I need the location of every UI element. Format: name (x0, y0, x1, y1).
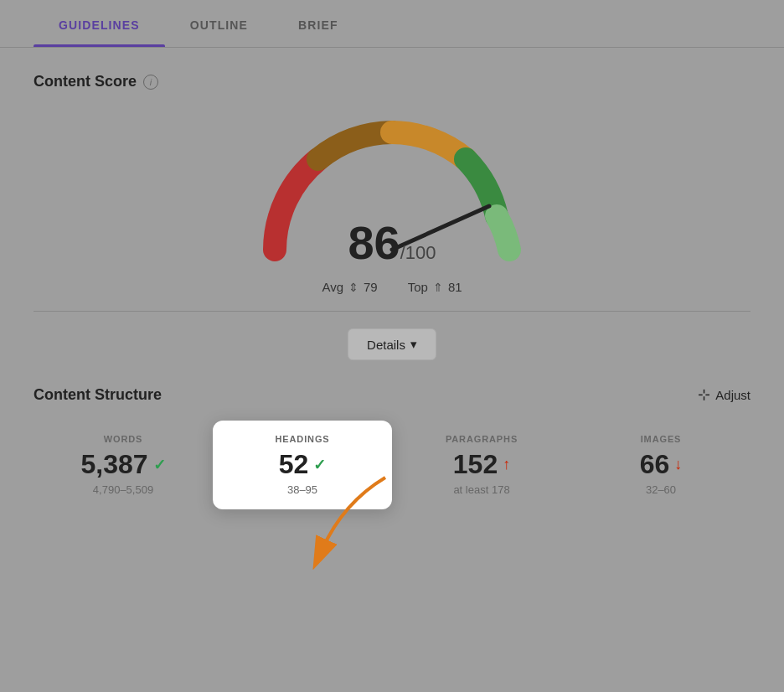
tab-brief[interactable]: BRIEF (273, 0, 364, 47)
adjust-button[interactable]: ⊹ Adjust (698, 385, 750, 404)
metric-headings[interactable]: HEADINGS 52 ✓ 38–95 (213, 421, 392, 509)
words-range: 4,790–5,509 (42, 483, 204, 496)
details-label: Details (367, 338, 405, 352)
images-label: IMAGES (580, 434, 742, 444)
info-icon[interactable]: i (143, 75, 158, 90)
headings-check-icon: ✓ (313, 456, 326, 474)
main-content: Content Score i (0, 48, 784, 534)
details-button[interactable]: Details ▾ (348, 328, 436, 360)
tab-outline[interactable]: OUTLINE (165, 0, 273, 47)
headings-range: 38–95 (221, 483, 384, 496)
structure-title: Content Structure (34, 386, 162, 404)
gauge-container: 86/100 Avg ⇕ 79 Top ⇑ 81 (34, 107, 750, 294)
score-display: 86/100 (348, 219, 436, 266)
content-score-title: Content Score (34, 73, 137, 90)
paragraphs-value: 152 ↑ (400, 449, 563, 480)
main-panel: GUIDELINES OUTLINE BRIEF Content Score i (0, 0, 784, 692)
paragraphs-arrow-icon: ↑ (503, 456, 510, 473)
details-row: Details ▾ (34, 328, 750, 360)
divider (34, 311, 750, 312)
avg-icon: ⇕ (348, 281, 358, 294)
gauge-svg: 86/100 (250, 107, 534, 275)
top-label: Top (408, 280, 428, 294)
metric-images[interactable]: IMAGES 66 ↓ 32–60 (571, 421, 750, 509)
tab-bar: GUIDELINES OUTLINE BRIEF (0, 0, 784, 48)
top-value: 81 (448, 280, 462, 294)
words-check-icon: ✓ (153, 456, 166, 474)
structure-header: Content Structure ⊹ Adjust (34, 385, 750, 404)
metric-words[interactable]: WORDS 5,387 ✓ 4,790–5,509 (34, 421, 213, 509)
avg-score: Avg ⇕ 79 (322, 280, 377, 294)
images-value: 66 ↓ (580, 449, 742, 480)
adjust-label: Adjust (715, 388, 750, 402)
top-icon: ⇑ (433, 281, 443, 294)
paragraphs-range: at least 178 (400, 483, 563, 496)
content-score-section: Content Score i (34, 73, 750, 90)
score-meta: Avg ⇕ 79 Top ⇑ 81 (322, 280, 462, 294)
words-value: 5,387 ✓ (42, 449, 204, 480)
avg-value: 79 (364, 280, 378, 294)
metrics-row: WORDS 5,387 ✓ 4,790–5,509 HEADINGS 52 ✓ … (34, 421, 750, 509)
images-arrow-icon: ↓ (674, 456, 682, 473)
avg-label: Avg (322, 280, 343, 294)
paragraphs-label: PARAGRAPHS (400, 434, 563, 444)
chevron-down-icon: ▾ (410, 337, 417, 352)
metric-paragraphs[interactable]: PARAGRAPHS 152 ↑ at least 178 (392, 421, 571, 509)
tab-guidelines[interactable]: GUIDELINES (34, 0, 165, 47)
score-value: 86 (348, 216, 400, 269)
words-label: WORDS (42, 434, 204, 444)
sliders-icon: ⊹ (698, 385, 710, 404)
headings-label: HEADINGS (221, 434, 384, 444)
top-score: Top ⇑ 81 (408, 280, 462, 294)
images-range: 32–60 (580, 483, 742, 496)
score-denominator: /100 (400, 242, 436, 263)
headings-value: 52 ✓ (221, 449, 384, 480)
